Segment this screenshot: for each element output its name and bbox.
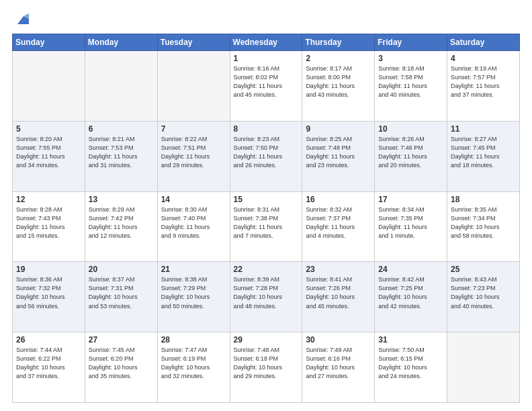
calendar-week-3: 12Sunrise: 8:28 AM Sunset: 7:43 PM Dayli… (13, 191, 520, 262)
weekday-header-friday: Friday (375, 34, 447, 51)
day-number: 31 (378, 335, 443, 345)
calendar-cell: 26Sunrise: 7:44 AM Sunset: 6:22 PM Dayli… (13, 332, 85, 403)
day-info: Sunrise: 7:50 AM Sunset: 6:15 PM Dayligh… (378, 346, 443, 381)
day-info: Sunrise: 8:42 AM Sunset: 7:25 PM Dayligh… (378, 275, 443, 310)
calendar-cell: 21Sunrise: 8:38 AM Sunset: 7:29 PM Dayli… (157, 262, 230, 332)
day-info: Sunrise: 8:28 AM Sunset: 7:43 PM Dayligh… (16, 205, 81, 240)
weekday-header-saturday: Saturday (447, 34, 520, 51)
day-info: Sunrise: 8:22 AM Sunset: 7:51 PM Dayligh… (161, 135, 226, 170)
day-info: Sunrise: 8:23 AM Sunset: 7:50 PM Dayligh… (234, 135, 299, 170)
calendar-cell: 14Sunrise: 8:30 AM Sunset: 7:40 PM Dayli… (157, 191, 230, 262)
calendar-cell: 7Sunrise: 8:22 AM Sunset: 7:51 PM Daylig… (157, 121, 230, 191)
calendar-cell: 12Sunrise: 8:28 AM Sunset: 7:43 PM Dayli… (13, 191, 85, 262)
day-info: Sunrise: 8:29 AM Sunset: 7:42 PM Dayligh… (89, 205, 154, 240)
calendar-table: SundayMondayTuesdayWednesdayThursdayFrid… (12, 34, 520, 403)
page: SundayMondayTuesdayWednesdayThursdayFrid… (0, 0, 532, 411)
day-number: 12 (16, 195, 81, 204)
day-info: Sunrise: 8:16 AM Sunset: 8:02 PM Dayligh… (234, 64, 299, 99)
weekday-header-sunday: Sunday (13, 34, 85, 51)
day-number: 28 (161, 335, 226, 345)
day-info: Sunrise: 8:35 AM Sunset: 7:34 PM Dayligh… (451, 205, 516, 240)
calendar-cell: 17Sunrise: 8:34 AM Sunset: 7:35 PM Dayli… (375, 191, 447, 262)
calendar-cell: 27Sunrise: 7:45 AM Sunset: 6:20 PM Dayli… (85, 332, 157, 403)
calendar-cell: 16Sunrise: 8:32 AM Sunset: 7:37 PM Dayli… (302, 191, 375, 262)
day-info: Sunrise: 8:19 AM Sunset: 7:57 PM Dayligh… (451, 64, 516, 99)
day-info: Sunrise: 8:20 AM Sunset: 7:55 PM Dayligh… (16, 135, 81, 170)
day-number: 4 (451, 54, 516, 63)
day-number: 18 (451, 195, 516, 204)
day-number: 23 (306, 265, 371, 274)
day-number: 21 (161, 265, 226, 274)
day-number: 5 (16, 124, 81, 134)
day-number: 10 (378, 124, 443, 134)
calendar-cell: 24Sunrise: 8:42 AM Sunset: 7:25 PM Dayli… (375, 262, 447, 332)
calendar-cell: 4Sunrise: 8:19 AM Sunset: 7:57 PM Daylig… (447, 51, 520, 122)
day-number: 16 (306, 195, 371, 204)
calendar-cell: 23Sunrise: 8:41 AM Sunset: 7:26 PM Dayli… (302, 262, 375, 332)
calendar-cell: 31Sunrise: 7:50 AM Sunset: 6:15 PM Dayli… (375, 332, 447, 403)
day-number: 22 (234, 265, 299, 274)
weekday-header-row: SundayMondayTuesdayWednesdayThursdayFrid… (13, 34, 520, 51)
day-info: Sunrise: 8:18 AM Sunset: 7:58 PM Dayligh… (378, 64, 443, 99)
calendar-week-2: 5Sunrise: 8:20 AM Sunset: 7:55 PM Daylig… (13, 121, 520, 191)
day-number: 19 (16, 265, 81, 274)
day-number: 20 (89, 265, 154, 274)
day-info: Sunrise: 8:26 AM Sunset: 7:46 PM Dayligh… (378, 135, 443, 170)
logo-icon (14, 12, 29, 27)
day-number: 15 (234, 195, 299, 204)
day-info: Sunrise: 8:36 AM Sunset: 7:32 PM Dayligh… (16, 275, 81, 310)
day-number: 27 (89, 335, 154, 345)
day-info: Sunrise: 8:34 AM Sunset: 7:35 PM Dayligh… (378, 205, 443, 240)
day-info: Sunrise: 8:25 AM Sunset: 7:48 PM Dayligh… (306, 135, 371, 170)
day-number: 25 (451, 265, 516, 274)
calendar-cell (157, 51, 230, 122)
day-info: Sunrise: 8:43 AM Sunset: 7:23 PM Dayligh… (451, 275, 516, 310)
calendar-cell (447, 332, 520, 403)
day-info: Sunrise: 8:32 AM Sunset: 7:37 PM Dayligh… (306, 205, 371, 240)
calendar-cell: 5Sunrise: 8:20 AM Sunset: 7:55 PM Daylig… (13, 121, 85, 191)
day-number: 7 (161, 124, 226, 134)
calendar-cell: 15Sunrise: 8:31 AM Sunset: 7:38 PM Dayli… (230, 191, 302, 262)
day-number: 3 (378, 54, 443, 63)
day-info: Sunrise: 8:41 AM Sunset: 7:26 PM Dayligh… (306, 275, 371, 310)
calendar-cell: 18Sunrise: 8:35 AM Sunset: 7:34 PM Dayli… (447, 191, 520, 262)
calendar-cell: 20Sunrise: 8:37 AM Sunset: 7:31 PM Dayli… (85, 262, 157, 332)
calendar-cell: 22Sunrise: 8:39 AM Sunset: 7:28 PM Dayli… (230, 262, 302, 332)
calendar-week-4: 19Sunrise: 8:36 AM Sunset: 7:32 PM Dayli… (13, 262, 520, 332)
day-info: Sunrise: 8:30 AM Sunset: 7:40 PM Dayligh… (161, 205, 226, 240)
calendar-cell (13, 51, 85, 122)
day-number: 14 (161, 195, 226, 204)
calendar-cell: 8Sunrise: 8:23 AM Sunset: 7:50 PM Daylig… (230, 121, 302, 191)
calendar-cell: 1Sunrise: 8:16 AM Sunset: 8:02 PM Daylig… (230, 51, 302, 122)
day-info: Sunrise: 7:44 AM Sunset: 6:22 PM Dayligh… (16, 346, 81, 381)
weekday-header-wednesday: Wednesday (230, 34, 302, 51)
calendar-cell: 2Sunrise: 8:17 AM Sunset: 8:00 PM Daylig… (302, 51, 375, 122)
calendar-cell: 25Sunrise: 8:43 AM Sunset: 7:23 PM Dayli… (447, 262, 520, 332)
calendar-cell: 9Sunrise: 8:25 AM Sunset: 7:48 PM Daylig… (302, 121, 375, 191)
calendar-cell: 13Sunrise: 8:29 AM Sunset: 7:42 PM Dayli… (85, 191, 157, 262)
day-number: 9 (306, 124, 371, 134)
weekday-header-tuesday: Tuesday (157, 34, 230, 51)
day-number: 6 (89, 124, 154, 134)
day-info: Sunrise: 7:47 AM Sunset: 6:19 PM Dayligh… (161, 346, 226, 381)
day-number: 29 (234, 335, 299, 345)
day-number: 17 (378, 195, 443, 204)
calendar-cell: 19Sunrise: 8:36 AM Sunset: 7:32 PM Dayli… (13, 262, 85, 332)
header (12, 12, 520, 27)
day-info: Sunrise: 8:21 AM Sunset: 7:53 PM Dayligh… (89, 135, 154, 170)
day-number: 8 (234, 124, 299, 134)
day-number: 13 (89, 195, 154, 204)
calendar-cell: 30Sunrise: 7:49 AM Sunset: 6:16 PM Dayli… (302, 332, 375, 403)
calendar-cell: 10Sunrise: 8:26 AM Sunset: 7:46 PM Dayli… (375, 121, 447, 191)
calendar-cell: 28Sunrise: 7:47 AM Sunset: 6:19 PM Dayli… (157, 332, 230, 403)
day-info: Sunrise: 7:48 AM Sunset: 6:18 PM Dayligh… (234, 346, 299, 381)
day-info: Sunrise: 8:38 AM Sunset: 7:29 PM Dayligh… (161, 275, 226, 310)
weekday-header-monday: Monday (85, 34, 157, 51)
day-number: 30 (306, 335, 371, 345)
day-info: Sunrise: 8:17 AM Sunset: 8:00 PM Dayligh… (306, 64, 371, 99)
day-info: Sunrise: 8:31 AM Sunset: 7:38 PM Dayligh… (234, 205, 299, 240)
day-number: 1 (234, 54, 299, 63)
calendar-cell: 3Sunrise: 8:18 AM Sunset: 7:58 PM Daylig… (375, 51, 447, 122)
day-info: Sunrise: 8:39 AM Sunset: 7:28 PM Dayligh… (234, 275, 299, 310)
weekday-header-thursday: Thursday (302, 34, 375, 51)
